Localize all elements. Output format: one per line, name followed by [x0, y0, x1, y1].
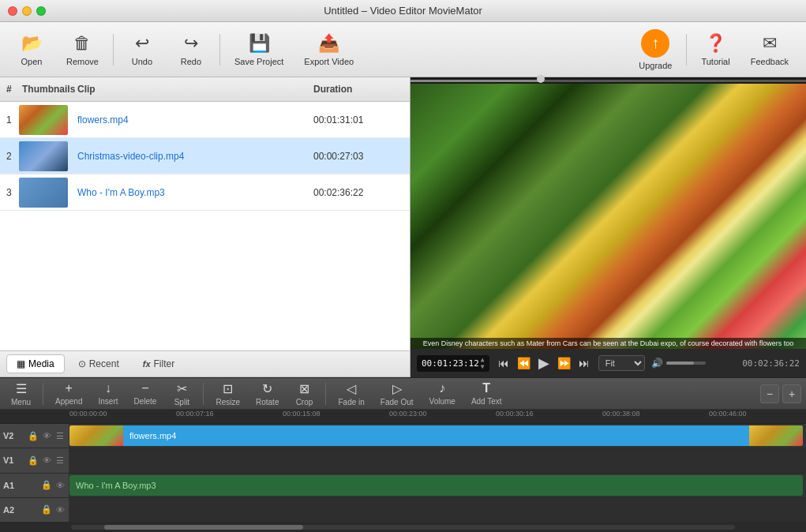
track-lock-a1[interactable]: 🔒	[41, 480, 52, 491]
fade-out-button[interactable]: ▷ Fade Out	[374, 379, 420, 409]
split-icon: ✂	[177, 381, 187, 396]
ruler-marks: 00:00:00:00 00:00:07:16 00:00:15:08 00:0…	[69, 410, 806, 424]
track-eye-a2[interactable]: 👁	[54, 504, 66, 515]
insert-button[interactable]: ↓ Insert	[92, 379, 125, 408]
time-up-arrow[interactable]: ▲	[481, 357, 485, 363]
track-content-v1[interactable]	[69, 448, 806, 472]
zoom-in-button[interactable]: +	[782, 384, 801, 403]
audio-label-a1: Who - I'm A Boy.mp3	[76, 481, 156, 490]
ruler-mark: 00:00:15:08	[283, 410, 321, 418]
skip-start-button[interactable]: ⏮	[496, 354, 512, 372]
time-stepper[interactable]: ▲ ▼	[481, 357, 485, 370]
fade-out-icon: ▷	[392, 381, 402, 396]
volume-tl-icon: ♪	[439, 381, 445, 395]
play-button[interactable]: ▶	[536, 352, 552, 374]
insert-icon: ↓	[105, 381, 111, 395]
fade-in-button[interactable]: ◁ Fade in	[332, 379, 370, 409]
clip-label-v2: flowers.mp4	[123, 431, 182, 440]
table-row[interactable]: 3 Who - I'm A Boy.mp3 00:02:36:22	[0, 174, 410, 211]
media-tab-label: Media	[28, 358, 54, 369]
volume-button[interactable]: ♪ Volume	[423, 379, 462, 408]
crop-icon: ⊠	[299, 381, 309, 396]
scrubber-bar[interactable]	[410, 77, 806, 84]
row-thumbnail	[16, 103, 71, 137]
append-button[interactable]: + Append	[49, 379, 88, 408]
minimize-button[interactable]	[22, 6, 32, 16]
row-clip-name: flowers.mp4	[71, 111, 307, 129]
clip-thumb-right-v2	[749, 425, 803, 446]
open-icon: 📂	[21, 33, 43, 54]
menu-button[interactable]: ☰ Menu	[5, 379, 37, 409]
fast-forward-button[interactable]: ⏩	[555, 354, 573, 372]
row-number: 1	[0, 111, 16, 129]
add-text-icon: T	[482, 381, 490, 395]
track-mute-v2[interactable]: ☰	[54, 430, 66, 441]
remove-button[interactable]: 🗑 Remove	[57, 28, 108, 71]
tab-media[interactable]: ▦ Media	[6, 354, 65, 373]
undo-button[interactable]: ↩ Undo	[118, 28, 166, 71]
tab-filter[interactable]: fx Filter	[133, 354, 185, 373]
tutorial-button[interactable]: ❓ Tutorial	[692, 28, 739, 71]
table-row[interactable]: 2 Christmas-video-clip.mp4 00:00:27:03	[0, 138, 410, 174]
split-button[interactable]: ✂ Split	[166, 379, 197, 409]
scrubber-filled	[410, 80, 541, 82]
track-lock-a2[interactable]: 🔒	[41, 504, 52, 515]
thumbnail-flowers	[19, 105, 68, 135]
volume-control[interactable]: 🔊	[651, 358, 706, 369]
track-lock-v2[interactable]: 🔒	[28, 430, 39, 441]
feedback-label: Feedback	[751, 57, 789, 66]
upgrade-button[interactable]: ↑ Upgrade	[629, 24, 681, 75]
scrubber-track[interactable]	[410, 80, 806, 82]
video-clip-v2[interactable]: flowers.mp4	[69, 425, 803, 446]
track-eye-v2[interactable]: 👁	[41, 430, 52, 441]
current-time-display[interactable]: 00:01:23:12 ▲ ▼	[417, 355, 489, 372]
skip-end-button[interactable]: ⏭	[576, 354, 592, 372]
tutorial-icon: ❓	[705, 33, 726, 54]
scrubber-thumb[interactable]	[537, 75, 545, 83]
redo-icon: ↪	[184, 33, 198, 54]
video-caption: Even Disney characters such as Mater fro…	[410, 338, 806, 349]
track-mute-v1[interactable]: ☰	[54, 455, 66, 466]
close-button[interactable]	[8, 6, 17, 16]
tab-recent[interactable]: ⊙ Recent	[68, 354, 129, 373]
add-text-button[interactable]: T Add Text	[465, 379, 508, 408]
track-content-v2[interactable]: flowers.mp4	[69, 424, 806, 448]
track-eye-v1[interactable]: 👁	[41, 455, 52, 466]
upgrade-icon: ↑	[641, 29, 669, 58]
feedback-button[interactable]: ✉ Feedback	[741, 28, 798, 71]
current-time-value: 00:01:23:12	[422, 358, 479, 369]
zoom-out-button[interactable]: −	[760, 384, 779, 403]
volume-bar[interactable]	[666, 362, 706, 365]
toolbar-separator-1	[113, 34, 114, 66]
maximize-button[interactable]	[36, 6, 46, 16]
open-button[interactable]: 📂 Open	[8, 28, 55, 71]
media-icon: ▦	[17, 358, 25, 369]
tutorial-label: Tutorial	[701, 57, 729, 66]
delete-button[interactable]: − Delete	[128, 379, 163, 408]
track-eye-a1[interactable]: 👁	[54, 480, 66, 491]
crop-button[interactable]: ⊠ Crop	[288, 379, 320, 409]
resize-button[interactable]: ⊡ Resize	[209, 379, 246, 409]
save-icon: 💾	[249, 33, 270, 54]
timeline-scrollbar[interactable]	[0, 523, 806, 532]
redo-button[interactable]: ↪ Redo	[167, 28, 215, 71]
save-button[interactable]: 💾 Save Project	[225, 28, 293, 71]
scrollbar-track[interactable]	[71, 525, 735, 530]
time-down-arrow[interactable]: ▼	[481, 364, 485, 370]
rewind-button[interactable]: ⏪	[515, 354, 533, 372]
track-lock-v1[interactable]: 🔒	[28, 455, 39, 466]
preview-panel: Even Disney characters such as Mater fro…	[410, 77, 806, 377]
rotate-button[interactable]: ↻ Rotate	[249, 379, 285, 409]
recent-tab-label: Recent	[89, 358, 119, 369]
clip-thumb-left-v2	[69, 425, 123, 446]
table-row[interactable]: 1 flowers.mp4 00:01:31:01	[0, 102, 410, 138]
window-controls[interactable]	[8, 6, 46, 16]
scrollbar-thumb[interactable]	[104, 525, 303, 530]
main-area: # Thumbnails Clip Duration 1 flowers.mp4…	[0, 77, 806, 377]
track-content-a1[interactable]: Who - I'm A Boy.mp3	[69, 474, 806, 497]
fit-select[interactable]: Fit 100% 50%	[598, 355, 645, 371]
export-button[interactable]: 📤 Export Video	[294, 28, 363, 71]
track-content-a2[interactable]	[69, 498, 806, 522]
audio-clip-a1[interactable]: Who - I'm A Boy.mp3	[69, 475, 803, 496]
recent-icon: ⊙	[78, 358, 86, 369]
